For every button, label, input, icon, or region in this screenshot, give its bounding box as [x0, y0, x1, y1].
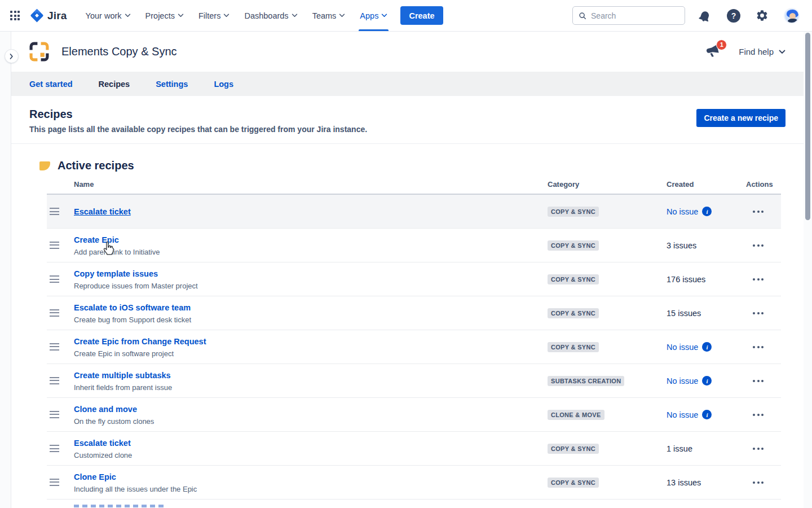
drag-handle-icon[interactable] — [50, 275, 59, 283]
drag-handle-icon[interactable] — [50, 479, 59, 486]
section-marker-icon — [39, 161, 50, 170]
search-box[interactable] — [572, 6, 685, 25]
created-no-issue-link[interactable]: No issuei — [667, 342, 746, 352]
ellipsis-icon — [753, 244, 755, 247]
recipe-name-link[interactable]: Copy template issues — [74, 269, 158, 278]
create-new-recipe-button[interactable]: Create a new recipe — [696, 109, 785, 127]
jira-home-link[interactable]: Jira — [30, 8, 67, 23]
category-badge: COPY & SYNC — [548, 308, 599, 318]
drag-handle-cell — [47, 208, 74, 215]
created-label: 15 issues — [667, 309, 701, 318]
ellipsis-icon — [753, 278, 755, 281]
chevron-down-icon — [339, 14, 345, 17]
clipped-recipe-name — [74, 505, 164, 507]
category-badge: COPY & SYNC — [548, 342, 599, 352]
recipe-name-link[interactable]: Create multiple subtasks — [74, 371, 171, 380]
more-actions-button[interactable] — [751, 207, 766, 216]
active-recipes-section: Active recipes Name Category Created Act… — [11, 144, 804, 508]
drag-handle-icon[interactable] — [50, 377, 59, 384]
drag-handle-icon[interactable] — [50, 242, 59, 249]
category-cell: COPY & SYNC — [548, 341, 667, 352]
more-actions-button[interactable] — [751, 241, 766, 250]
page-head: Recipes This page lists all the availabl… — [11, 96, 804, 144]
nav-item-label: Apps — [360, 11, 378, 20]
nav-item-projects[interactable]: Projects — [138, 0, 191, 31]
table-row: Create EpicAdd parent link to Initiative… — [47, 229, 781, 262]
recipes-table: Name Category Created Actions Escalate t… — [47, 180, 781, 508]
bell-icon — [696, 7, 713, 24]
created-count: 13 issuesi — [667, 478, 746, 487]
more-actions-button[interactable] — [751, 376, 766, 386]
recipe-name-link[interactable]: Escalate ticket — [74, 439, 131, 448]
settings-button[interactable] — [753, 7, 771, 24]
tab-logs[interactable]: Logs — [214, 80, 233, 89]
created-count: 176 issuesi — [667, 275, 746, 284]
recipe-name-link[interactable]: Create Epic from Change Request — [74, 337, 206, 346]
ellipsis-icon — [753, 448, 755, 450]
recipe-description: Create Epic in software project — [74, 349, 548, 358]
jira-logo-icon — [30, 8, 44, 23]
nav-item-label: Filters — [198, 11, 220, 20]
more-actions-button[interactable] — [751, 410, 766, 419]
more-actions-button[interactable] — [751, 343, 766, 352]
recipe-name-link[interactable]: Clone Epic — [74, 472, 116, 481]
recipe-name-link[interactable]: Clone and move — [74, 405, 137, 414]
actions-cell — [746, 207, 781, 216]
nav-item-label: Projects — [145, 11, 175, 20]
app-tab-bar: Get startedRecipesSettingsLogs — [11, 72, 804, 96]
more-actions-button[interactable] — [751, 309, 766, 318]
user-avatar — [784, 8, 800, 24]
find-help-dropdown[interactable]: Find help — [739, 47, 785, 56]
recipe-name-cell: Create EpicAdd parent link to Initiative — [74, 235, 548, 256]
vertical-scrollbar-thumb[interactable] — [805, 33, 810, 220]
drag-handle-icon[interactable] — [50, 411, 59, 418]
recipe-description: Reproduce issues from Master project — [74, 282, 548, 290]
nav-item-dashboards[interactable]: Dashboards — [237, 0, 304, 31]
chevron-down-icon — [292, 14, 298, 17]
drag-handle-icon[interactable] — [50, 208, 59, 215]
created-label: No issue — [667, 207, 698, 216]
recipe-name-link[interactable]: Escalate to iOS software team — [74, 303, 191, 312]
recipe-name-cell: Escalate to iOS software teamCreate bug … — [74, 303, 548, 324]
notifications-button[interactable] — [696, 7, 714, 25]
nav-item-teams[interactable]: Teams — [305, 0, 353, 31]
tab-recipes[interactable]: Recipes — [99, 80, 130, 89]
nav-item-your-work[interactable]: Your work — [78, 0, 138, 31]
chevron-down-icon — [779, 50, 785, 54]
more-actions-button[interactable] — [751, 478, 766, 487]
more-actions-button[interactable] — [751, 275, 766, 284]
drag-handle-cell — [47, 377, 74, 384]
elements-copy-sync-app-icon — [29, 42, 49, 62]
create-button[interactable]: Create — [400, 6, 443, 25]
page-subtitle: This page lists all the available copy r… — [29, 125, 367, 134]
expand-sidebar-button[interactable] — [5, 49, 19, 63]
recipe-name-link[interactable]: Create Epic — [74, 235, 119, 244]
recipe-name-link[interactable]: Escalate ticket — [74, 207, 131, 216]
app-switcher-button[interactable] — [8, 8, 22, 23]
search-input[interactable] — [591, 11, 679, 20]
nav-item-apps[interactable]: Apps — [352, 0, 395, 31]
nav-item-filters[interactable]: Filters — [191, 0, 237, 31]
created-no-issue-link[interactable]: No issuei — [667, 376, 746, 386]
recipe-description: Customized clone — [74, 451, 548, 459]
page-title: Recipes — [29, 108, 367, 121]
drag-handle-icon[interactable] — [50, 445, 59, 452]
ellipsis-icon — [753, 211, 755, 213]
created-no-issue-link[interactable]: No issuei — [667, 207, 746, 216]
whats-new-button[interactable]: 1 — [705, 43, 722, 60]
tab-settings[interactable]: Settings — [156, 80, 188, 89]
help-button[interactable]: ? — [725, 7, 743, 25]
drag-handle-icon[interactable] — [50, 343, 59, 351]
created-label: 176 issues — [667, 275, 705, 284]
category-cell: COPY & SYNC — [548, 308, 667, 318]
actions-cell — [746, 275, 781, 284]
profile-button[interactable] — [782, 6, 802, 26]
more-actions-button[interactable] — [751, 444, 766, 453]
tab-get-started[interactable]: Get started — [29, 80, 73, 89]
created-no-issue-link[interactable]: No issuei — [667, 410, 746, 419]
active-recipes-title: Active recipes — [58, 159, 134, 172]
search-icon — [579, 11, 586, 20]
actions-cell — [746, 444, 781, 453]
drag-handle-icon[interactable] — [50, 309, 59, 317]
table-row: Clone EpicIncluding all the issues under… — [47, 466, 781, 500]
